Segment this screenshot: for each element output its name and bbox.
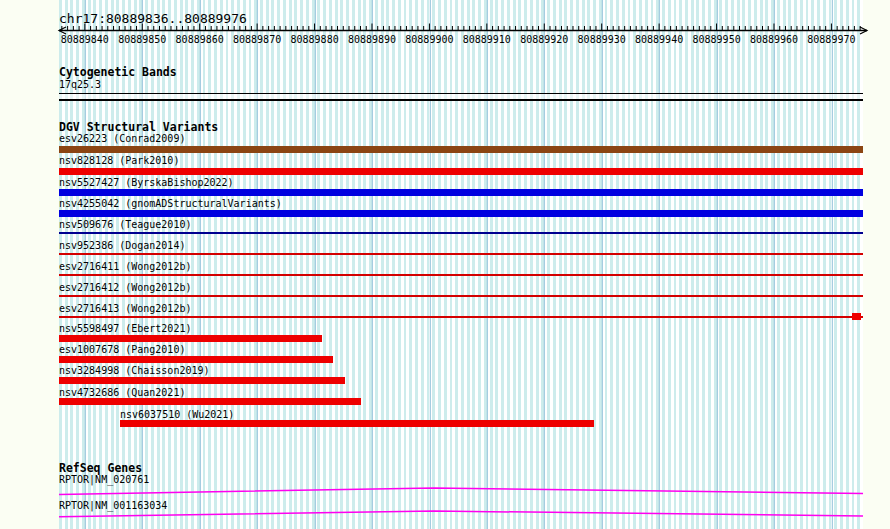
variant-label[interactable]: nsv5527427 (ByrskaBishop2022) <box>59 177 234 188</box>
variant-bar[interactable] <box>59 377 345 384</box>
variant-bar[interactable] <box>59 146 863 153</box>
variant-label[interactable]: nsv6037510 (Wu2021) <box>120 409 234 420</box>
ruler-tick-label: 80889840 <box>61 35 109 45</box>
variant-label[interactable]: esv2716412 (Wong2012b) <box>59 282 191 293</box>
variant-label[interactable]: esv2716413 (Wong2012b) <box>59 303 191 314</box>
variant-label[interactable]: nsv3284998 (Chaisson2019) <box>59 365 210 376</box>
variant-label[interactable]: esv1007678 (Pang2010) <box>59 344 185 355</box>
ruler-tick-label: 80889950 <box>693 35 741 45</box>
variant-bar[interactable] <box>59 168 863 175</box>
variant-bar[interactable] <box>59 316 863 318</box>
variant-bar[interactable] <box>59 274 863 276</box>
position-label: chr17:80889836..80889976 <box>59 12 247 25</box>
ruler-tick-label: 80889940 <box>635 35 683 45</box>
gene-label[interactable]: RPTOR|NM_001163034 <box>59 500 167 511</box>
ruler-tick-label: 80889910 <box>463 35 511 45</box>
variant-bar[interactable] <box>59 356 333 363</box>
ruler-tick-label: 80889920 <box>520 35 568 45</box>
ruler-tick-label: 80889880 <box>291 35 339 45</box>
section-header-dgv: DGV Structural Variants <box>59 121 218 133</box>
variant-bar[interactable] <box>59 295 863 297</box>
variant-bar[interactable] <box>59 189 863 196</box>
ruler-tick-label: 80889930 <box>578 35 626 45</box>
variant-bar[interactable] <box>120 420 594 427</box>
variant-label[interactable]: nsv4255042 (gnomADStructuralVariants) <box>59 198 282 209</box>
variant-label[interactable]: esv26223 (Conrad2009) <box>59 133 185 144</box>
variant-bar[interactable] <box>59 335 322 342</box>
ruler-tick-label: 80889890 <box>348 35 396 45</box>
variant-bar[interactable] <box>59 232 863 234</box>
variant-bar[interactable] <box>59 398 361 405</box>
ruler-tick-label: 80889870 <box>233 35 281 45</box>
variant-label[interactable]: nsv4732686 (Quan2021) <box>59 387 185 398</box>
gene-label[interactable]: RPTOR|NM_020761 <box>59 474 149 485</box>
ruler-tick-label: 80889850 <box>118 35 166 45</box>
variant-label[interactable]: nsv952386 (Dogan2014) <box>59 240 185 251</box>
variant-bar[interactable] <box>59 253 863 255</box>
variant-bar[interactable] <box>59 210 863 217</box>
section-header-refseq: RefSeq Genes <box>59 462 142 474</box>
variant-label[interactable]: nsv5598497 (Ebert2021) <box>59 323 191 334</box>
variant-label[interactable]: esv2716411 (Wong2012b) <box>59 261 191 272</box>
ruler-tick-label: 80889960 <box>750 35 798 45</box>
variant-label[interactable]: nsv509676 (Teague2010) <box>59 219 191 230</box>
genome-browser-view: chr17:80889836..80889976 808898408088985… <box>0 0 890 529</box>
variant-label[interactable]: nsv828128 (Park2010) <box>59 155 179 166</box>
variant-end-box[interactable] <box>852 313 861 320</box>
ruler-tick-label: 80889970 <box>807 35 855 45</box>
cytoband-label: 17q25.3 <box>59 79 101 90</box>
section-header-cytogenetic: Cytogenetic Bands <box>59 66 177 78</box>
ruler-tick-label: 80889900 <box>405 35 453 45</box>
ruler-tick-label: 80889860 <box>176 35 224 45</box>
cytoband-box[interactable] <box>59 93 863 101</box>
